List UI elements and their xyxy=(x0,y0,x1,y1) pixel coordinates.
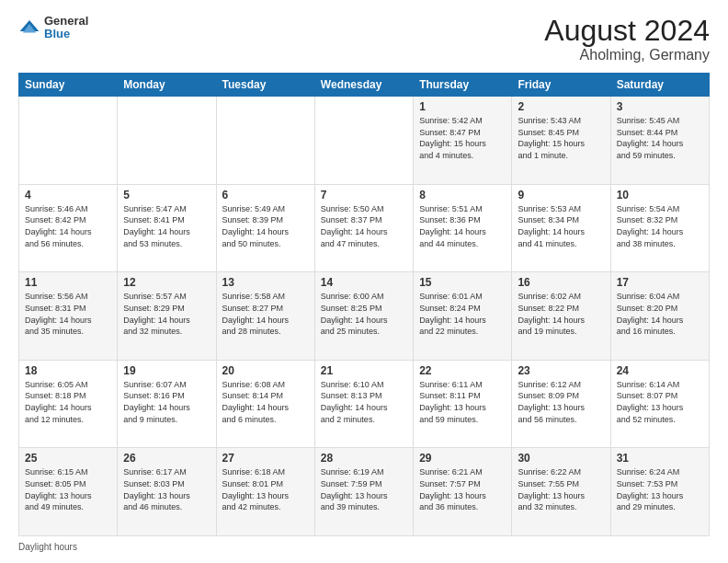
header-tuesday: Tuesday xyxy=(216,74,314,97)
day-cell xyxy=(118,97,216,185)
main-title: August 2024 xyxy=(544,15,710,47)
day-number: 13 xyxy=(222,276,309,289)
calendar: Sunday Monday Tuesday Wednesday Thursday… xyxy=(18,73,710,536)
subtitle: Aholming, Germany xyxy=(544,47,710,63)
header-thursday: Thursday xyxy=(414,74,512,97)
day-cell: 15Sunrise: 6:01 AMSunset: 8:24 PMDayligh… xyxy=(414,272,512,361)
day-info: Sunrise: 5:50 AMSunset: 8:37 PMDaylight:… xyxy=(321,203,407,249)
day-cell: 22Sunrise: 6:11 AMSunset: 8:11 PMDayligh… xyxy=(414,360,512,448)
logo-icon xyxy=(18,17,40,39)
day-cell: 6Sunrise: 5:49 AMSunset: 8:39 PMDaylight… xyxy=(216,184,314,272)
week-row-3: 11Sunrise: 5:56 AMSunset: 8:31 PMDayligh… xyxy=(19,272,710,361)
day-cell: 23Sunrise: 6:12 AMSunset: 8:09 PMDayligh… xyxy=(512,360,610,448)
day-number: 2 xyxy=(518,100,604,113)
week-row-4: 18Sunrise: 6:05 AMSunset: 8:18 PMDayligh… xyxy=(19,360,710,448)
day-info: Sunrise: 5:51 AMSunset: 8:36 PMDaylight:… xyxy=(419,203,506,249)
day-number: 1 xyxy=(419,100,506,113)
day-cell xyxy=(19,97,118,185)
day-number: 19 xyxy=(123,364,210,377)
day-cell: 26Sunrise: 6:17 AMSunset: 8:03 PMDayligh… xyxy=(118,448,216,536)
day-number: 28 xyxy=(321,452,407,465)
day-cell: 1Sunrise: 5:42 AMSunset: 8:47 PMDaylight… xyxy=(414,97,512,185)
day-info: Sunrise: 6:14 AMSunset: 8:07 PMDaylight:… xyxy=(617,379,703,425)
day-info: Sunrise: 5:49 AMSunset: 8:39 PMDaylight:… xyxy=(222,203,309,249)
day-number: 22 xyxy=(419,364,506,377)
day-number: 21 xyxy=(321,364,407,377)
day-info: Sunrise: 5:58 AMSunset: 8:27 PMDaylight:… xyxy=(222,291,309,337)
header-wednesday: Wednesday xyxy=(314,74,413,97)
day-cell: 8Sunrise: 5:51 AMSunset: 8:36 PMDaylight… xyxy=(414,184,512,272)
day-cell: 5Sunrise: 5:47 AMSunset: 8:41 PMDaylight… xyxy=(118,184,216,272)
day-number: 30 xyxy=(518,452,604,465)
day-number: 5 xyxy=(123,189,210,201)
day-info: Sunrise: 6:08 AMSunset: 8:14 PMDaylight:… xyxy=(222,379,309,425)
day-info: Sunrise: 6:24 AMSunset: 7:53 PMDaylight:… xyxy=(617,466,703,512)
day-info: Sunrise: 6:05 AMSunset: 8:18 PMDaylight:… xyxy=(25,379,111,425)
day-info: Sunrise: 5:54 AMSunset: 8:32 PMDaylight:… xyxy=(617,203,703,249)
day-info: Sunrise: 6:00 AMSunset: 8:25 PMDaylight:… xyxy=(321,291,407,337)
day-cell: 29Sunrise: 6:21 AMSunset: 7:57 PMDayligh… xyxy=(414,448,512,536)
day-number: 17 xyxy=(617,276,703,289)
day-number: 7 xyxy=(321,189,407,201)
day-info: Sunrise: 6:12 AMSunset: 8:09 PMDaylight:… xyxy=(518,379,604,425)
calendar-header: Sunday Monday Tuesday Wednesday Thursday… xyxy=(19,74,710,97)
day-info: Sunrise: 6:10 AMSunset: 8:13 PMDaylight:… xyxy=(321,379,407,425)
day-cell: 11Sunrise: 5:56 AMSunset: 8:31 PMDayligh… xyxy=(19,272,118,361)
day-cell: 14Sunrise: 6:00 AMSunset: 8:25 PMDayligh… xyxy=(314,272,413,361)
day-info: Sunrise: 5:42 AMSunset: 8:47 PMDaylight:… xyxy=(419,115,506,161)
header-sunday: Sunday xyxy=(19,74,118,97)
day-number: 24 xyxy=(617,364,703,377)
day-info: Sunrise: 6:02 AMSunset: 8:22 PMDaylight:… xyxy=(518,291,604,337)
calendar-body: 1Sunrise: 5:42 AMSunset: 8:47 PMDaylight… xyxy=(19,97,710,536)
day-number: 27 xyxy=(222,452,309,465)
day-number: 15 xyxy=(419,276,506,289)
day-cell: 17Sunrise: 6:04 AMSunset: 8:20 PMDayligh… xyxy=(610,272,709,361)
day-info: Sunrise: 5:56 AMSunset: 8:31 PMDaylight:… xyxy=(25,291,111,337)
day-number: 23 xyxy=(518,364,604,377)
day-number: 12 xyxy=(123,276,210,289)
logo-text: General Blue xyxy=(44,15,88,41)
day-number: 16 xyxy=(518,276,604,289)
footer-text: Daylight hours xyxy=(18,542,77,552)
day-info: Sunrise: 5:46 AMSunset: 8:42 PMDaylight:… xyxy=(25,203,111,249)
day-cell: 2Sunrise: 5:43 AMSunset: 8:45 PMDaylight… xyxy=(512,97,610,185)
day-number: 11 xyxy=(25,276,111,289)
day-info: Sunrise: 5:43 AMSunset: 8:45 PMDaylight:… xyxy=(518,115,604,161)
day-number: 14 xyxy=(321,276,407,289)
day-cell: 19Sunrise: 6:07 AMSunset: 8:16 PMDayligh… xyxy=(118,360,216,448)
day-cell: 30Sunrise: 6:22 AMSunset: 7:55 PMDayligh… xyxy=(512,448,610,536)
days-row: Sunday Monday Tuesday Wednesday Thursday… xyxy=(19,74,710,97)
day-cell: 31Sunrise: 6:24 AMSunset: 7:53 PMDayligh… xyxy=(610,448,709,536)
day-info: Sunrise: 6:04 AMSunset: 8:20 PMDaylight:… xyxy=(617,291,703,337)
day-number: 3 xyxy=(617,100,703,113)
week-row-5: 25Sunrise: 6:15 AMSunset: 8:05 PMDayligh… xyxy=(19,448,710,536)
day-info: Sunrise: 6:07 AMSunset: 8:16 PMDaylight:… xyxy=(123,379,210,425)
day-cell: 28Sunrise: 6:19 AMSunset: 7:59 PMDayligh… xyxy=(314,448,413,536)
day-cell: 4Sunrise: 5:46 AMSunset: 8:42 PMDaylight… xyxy=(19,184,118,272)
day-info: Sunrise: 6:17 AMSunset: 8:03 PMDaylight:… xyxy=(123,466,210,512)
day-number: 8 xyxy=(419,189,506,201)
footer: Daylight hours xyxy=(18,542,710,552)
day-number: 29 xyxy=(419,452,506,465)
day-cell: 10Sunrise: 5:54 AMSunset: 8:32 PMDayligh… xyxy=(610,184,709,272)
header-saturday: Saturday xyxy=(610,74,709,97)
day-info: Sunrise: 5:53 AMSunset: 8:34 PMDaylight:… xyxy=(518,203,604,249)
logo-general-text: General xyxy=(44,15,88,28)
day-cell xyxy=(216,97,314,185)
title-block: August 2024 Aholming, Germany xyxy=(544,15,710,63)
day-cell: 18Sunrise: 6:05 AMSunset: 8:18 PMDayligh… xyxy=(19,360,118,448)
day-cell: 16Sunrise: 6:02 AMSunset: 8:22 PMDayligh… xyxy=(512,272,610,361)
day-info: Sunrise: 6:15 AMSunset: 8:05 PMDaylight:… xyxy=(25,466,111,512)
calendar-table: Sunday Monday Tuesday Wednesday Thursday… xyxy=(18,73,710,536)
day-cell: 9Sunrise: 5:53 AMSunset: 8:34 PMDaylight… xyxy=(512,184,610,272)
day-cell: 24Sunrise: 6:14 AMSunset: 8:07 PMDayligh… xyxy=(610,360,709,448)
page: General Blue August 2024 Aholming, Germa… xyxy=(0,0,728,563)
day-number: 25 xyxy=(25,452,111,465)
day-info: Sunrise: 5:57 AMSunset: 8:29 PMDaylight:… xyxy=(123,291,210,337)
day-number: 18 xyxy=(25,364,111,377)
logo-blue-text: Blue xyxy=(44,28,88,40)
day-number: 9 xyxy=(518,189,604,201)
week-row-1: 1Sunrise: 5:42 AMSunset: 8:47 PMDaylight… xyxy=(19,97,710,185)
day-info: Sunrise: 6:21 AMSunset: 7:57 PMDaylight:… xyxy=(419,466,506,512)
day-number: 10 xyxy=(617,189,703,201)
